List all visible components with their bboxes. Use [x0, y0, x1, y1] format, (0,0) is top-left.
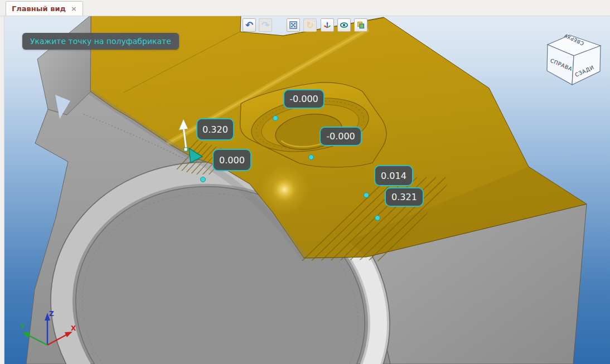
axis-label-z: Z — [49, 310, 54, 318]
rotate-view-button[interactable]: ↻ — [303, 18, 317, 32]
redo-button[interactable]: ↷ — [259, 18, 272, 32]
snap-cursor-overlay — [0, 0, 610, 364]
zoom-fit-button[interactable] — [287, 18, 300, 32]
layers-icon — [356, 21, 365, 30]
snap-point-dot — [308, 154, 314, 160]
zoom-fit-icon — [289, 21, 298, 30]
redo-icon: ↷ — [262, 21, 269, 30]
snap-point-dot — [364, 192, 369, 198]
axis-label-y: Y — [20, 323, 25, 331]
snap-cursor-icon — [189, 148, 202, 163]
snap-point-dot — [375, 215, 380, 221]
measurement-label: -0.000 — [283, 89, 325, 109]
tab-main-view[interactable]: Главный вид × — [6, 1, 83, 16]
snap-point-dot — [200, 177, 206, 182]
measurement-label: 0.000 — [212, 149, 251, 171]
status-prompt-tooltip: Укажите точку на полуфабрикате — [22, 33, 179, 50]
undo-button[interactable]: ↶ — [243, 18, 256, 32]
undo-icon: ↶ — [245, 21, 253, 30]
axis-triad: Z X Y — [16, 308, 80, 361]
layers-button[interactable] — [354, 18, 367, 32]
visibility-button[interactable] — [337, 18, 351, 32]
eye-icon — [340, 21, 348, 30]
tab-close-icon[interactable]: × — [71, 4, 77, 13]
cam-application-window: Главный вид × ↶ ↷ ↻ — [0, 0, 610, 364]
snap-point-dot — [273, 115, 278, 121]
view-cube[interactable]: СПРАВА СЗАДИ СВЕРХУ — [542, 31, 608, 91]
axis-label-x: X — [71, 324, 76, 332]
rotate-view-icon: ↻ — [306, 21, 314, 30]
measurement-label: 0.014 — [374, 165, 413, 186]
measurement-label: -0.000 — [319, 127, 362, 146]
measurement-label: 0.321 — [385, 187, 424, 207]
tab-title: Главный вид — [12, 4, 66, 13]
coordinate-triad-icon — [323, 21, 332, 30]
coordinate-system-button[interactable] — [321, 18, 334, 32]
document-tab-bar: Главный вид × — [0, 0, 610, 16]
measurement-label: 0.320 — [196, 118, 234, 140]
